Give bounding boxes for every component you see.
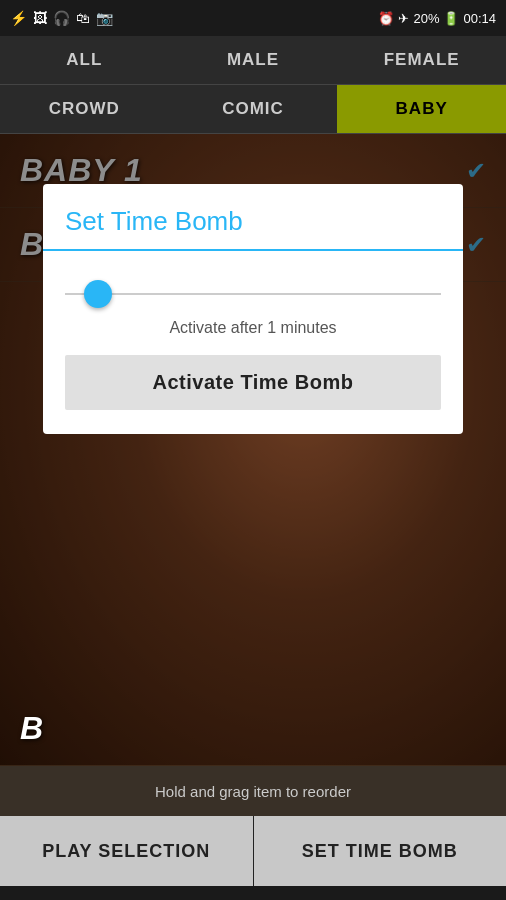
bag-icon: 🛍 [76,10,90,26]
airplane-icon: ✈ [398,11,409,26]
main-content: BABY 1 ✔ BABY 2 ✔ B Set Time Bomb Activa… [0,134,506,766]
partial-label: B [20,710,44,747]
dialog-title: Set Time Bomb [43,184,463,251]
battery-percent: 20% [413,11,439,26]
reorder-text: Hold and grag item to reorder [155,783,351,800]
activate-status-text: Activate after 1 minutes [65,319,441,337]
battery-icon: 🔋 [443,11,459,26]
photo-icon: 📷 [96,10,113,26]
tab-row-2: CROWD COMIC BABY [0,85,506,134]
status-right: ⏰ ✈ 20% 🔋 00:14 [378,11,496,26]
time-slider-container [65,267,441,307]
tab-all[interactable]: ALL [0,36,169,84]
alarm-icon: ⏰ [378,11,394,26]
image-icon: 🖼 [33,10,47,26]
tab-baby[interactable]: BABY [337,85,506,133]
tab-crowd[interactable]: CROWD [0,85,169,133]
slider-track[interactable] [65,293,441,295]
activate-time-bomb-button[interactable]: Activate Time Bomb [65,355,441,410]
status-bar: ⚡ 🖼 🎧 🛍 📷 ⏰ ✈ 20% 🔋 00:14 [0,0,506,36]
status-left-icons: ⚡ 🖼 🎧 🛍 📷 [10,10,113,26]
set-time-bomb-dialog: Set Time Bomb Activate after 1 minutes A… [43,184,463,434]
tab-male[interactable]: MALE [169,36,338,84]
dialog-overlay: B Set Time Bomb Activate after 1 minutes… [0,134,506,766]
tab-female[interactable]: FEMALE [337,36,506,84]
usb-icon: ⚡ [10,10,27,26]
list-item-partial: B [0,692,506,766]
tab-comic[interactable]: COMIC [169,85,338,133]
slider-thumb[interactable] [84,280,112,308]
set-time-bomb-button[interactable]: SET TIME BOMB [254,816,507,886]
bottom-bar: PLAY SELECTION SET TIME BOMB [0,816,506,886]
clock: 00:14 [463,11,496,26]
tab-row-1: ALL MALE FEMALE [0,36,506,85]
headset-icon: 🎧 [53,10,70,26]
dialog-body: Activate after 1 minutes Activate Time B… [43,251,463,434]
play-selection-button[interactable]: PLAY SELECTION [0,816,253,886]
reorder-bar: Hold and grag item to reorder [0,766,506,816]
